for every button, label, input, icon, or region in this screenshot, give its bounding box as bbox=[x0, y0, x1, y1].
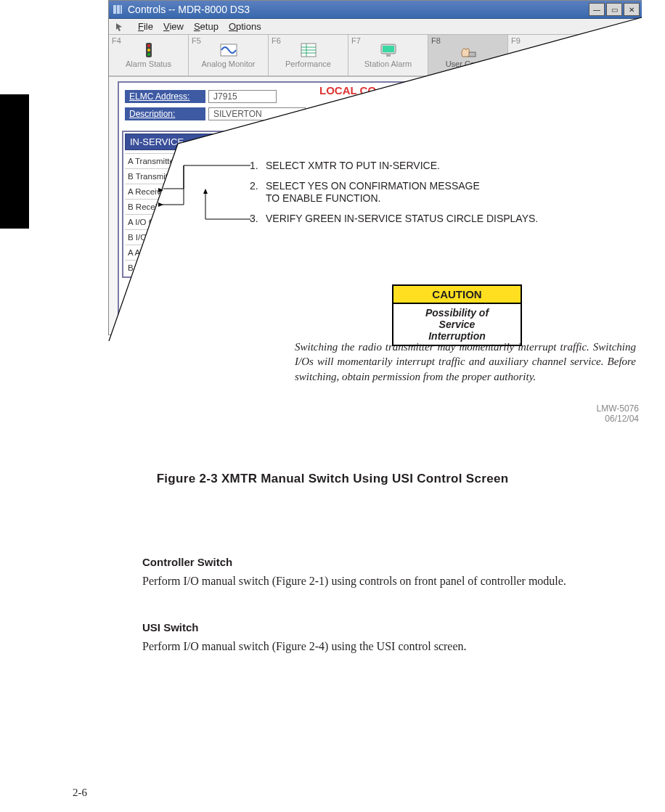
status-indicator bbox=[275, 247, 287, 258]
monitor-icon bbox=[378, 42, 399, 58]
hand-switch-icon bbox=[458, 42, 478, 58]
caution-box: CAUTION Possibility of Service Interrupt… bbox=[392, 284, 522, 346]
step-3: VERIFY GREEN IN-SERVICE STATUS CIRCLE DI… bbox=[266, 213, 538, 226]
page-number: 2-6 bbox=[73, 787, 87, 799]
maximize-button[interactable]: ▭ bbox=[606, 3, 622, 16]
instruction-list: 1.SELECT XMTR TO PUT IN-SERVICE. 2.SELEC… bbox=[250, 160, 642, 232]
tool-alarm-status[interactable]: F4 Alarm Status bbox=[109, 35, 189, 76]
svg-rect-15 bbox=[386, 54, 391, 57]
status-indicator bbox=[275, 262, 287, 274]
elmc-address-label: ELMC Address: bbox=[125, 90, 205, 103]
svg-rect-0 bbox=[113, 5, 116, 14]
tool-station-alarm[interactable]: F7 Station Alarm bbox=[348, 35, 428, 76]
svg-point-5 bbox=[147, 49, 150, 52]
menu-options[interactable]: Options bbox=[229, 21, 261, 32]
caution-title: CAUTION bbox=[393, 286, 521, 304]
row-a-atpc[interactable]: A ATPC HIGH Power Lock bbox=[125, 245, 288, 260]
svg-point-6 bbox=[147, 53, 150, 56]
tool-performance[interactable]: F6 Performance bbox=[269, 35, 348, 76]
oscilloscope-icon bbox=[219, 42, 239, 58]
row-b-atpc[interactable]: B ATPC HIGH Power Lock bbox=[125, 260, 288, 275]
tool-f9[interactable]: F9 bbox=[508, 35, 588, 76]
menu-setup[interactable]: Setup bbox=[194, 21, 219, 32]
doc-number: LMW-507606/12/04 bbox=[597, 403, 639, 425]
caution-paragraph: Switching the radio transmitter may mome… bbox=[295, 340, 636, 384]
heading-controller-switch: Controller Switch bbox=[142, 555, 643, 570]
svg-rect-1 bbox=[117, 5, 120, 14]
menu-file[interactable]: File bbox=[138, 21, 153, 32]
window-title: Controls -- MDR-8000 DS3 bbox=[128, 4, 250, 15]
figure-caption: Figure 2-3 XMTR Manual Switch Using USI … bbox=[0, 472, 665, 486]
para-controller-switch: Perform I/O manual switch (Figure 2-1) u… bbox=[142, 573, 643, 589]
tool-user-control[interactable]: F8 User Control bbox=[428, 35, 508, 76]
section-title: LOCAL CO bbox=[315, 81, 380, 99]
elmc-address-value[interactable]: J7915 bbox=[208, 90, 277, 103]
minimize-button[interactable]: — bbox=[589, 3, 605, 16]
heading-usi-switch: USI Switch bbox=[142, 620, 643, 635]
menu-view[interactable]: View bbox=[163, 21, 184, 32]
toolbar: F4 Alarm Status F5 Analog Monitor F6 Per… bbox=[109, 35, 642, 77]
svg-point-4 bbox=[147, 44, 150, 47]
description-value[interactable]: SILVERTON bbox=[208, 107, 306, 120]
step-2: SELECT YES ON CONFIRMATION MESSAGETO ENA… bbox=[266, 180, 480, 205]
tool-f9-icon bbox=[538, 46, 558, 62]
para-usi-switch: Perform I/O manual switch (Figure 2-4) u… bbox=[142, 639, 643, 655]
close-button[interactable]: ✕ bbox=[624, 3, 640, 16]
tool-analog-monitor[interactable]: F5 Analog Monitor bbox=[189, 35, 269, 76]
svg-rect-14 bbox=[383, 46, 394, 52]
status-indicator bbox=[275, 231, 287, 243]
titlebar: Controls -- MDR-8000 DS3 — ▭ ✕ bbox=[109, 1, 642, 19]
panel-header: IN-SERVICE bbox=[125, 134, 288, 150]
description-label: Description: bbox=[125, 107, 205, 120]
app-icon bbox=[112, 4, 123, 15]
traffic-light-icon bbox=[139, 42, 159, 58]
step-1: SELECT XMTR TO PUT IN-SERVICE. bbox=[266, 160, 440, 173]
spreadsheet-icon bbox=[298, 42, 319, 58]
pointer-icon bbox=[115, 22, 125, 32]
chapter-tab bbox=[0, 94, 29, 229]
menubar: File View Setup Options bbox=[109, 19, 642, 35]
svg-rect-2 bbox=[121, 5, 122, 14]
